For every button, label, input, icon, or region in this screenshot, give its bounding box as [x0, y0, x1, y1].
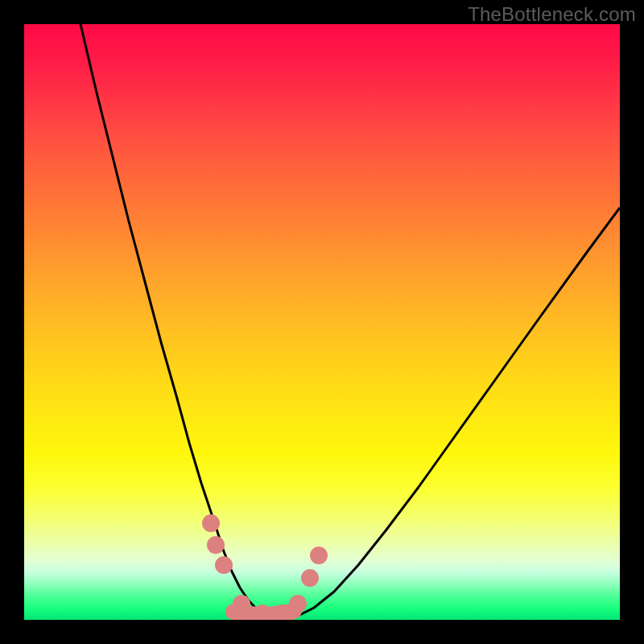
- chart-frame: TheBottleneck.com: [0, 0, 644, 644]
- svg-point-8: [310, 547, 328, 564]
- svg-point-2: [215, 556, 233, 574]
- svg-point-1: [207, 536, 225, 554]
- svg-point-0: [202, 514, 220, 532]
- watermark-text: TheBottleneck.com: [468, 3, 636, 26]
- svg-point-7: [301, 569, 319, 587]
- plot-area: [24, 24, 620, 620]
- bottleneck-curve: [80, 24, 620, 618]
- valley-markers: [202, 514, 328, 620]
- chart-svg: [24, 24, 620, 620]
- svg-point-3: [233, 595, 250, 613]
- svg-point-6: [289, 595, 307, 613]
